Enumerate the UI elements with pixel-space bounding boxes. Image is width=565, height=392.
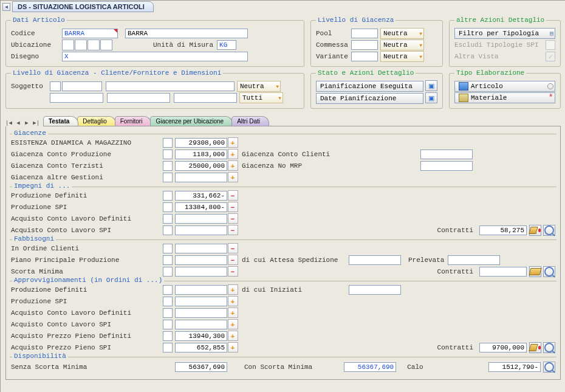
checkbox[interactable] xyxy=(163,267,173,277)
minus-icon[interactable]: − xyxy=(228,255,238,265)
value-giac-clienti[interactable] xyxy=(420,150,473,159)
select-dim[interactable]: Tutti▼ xyxy=(239,92,283,103)
plus-icon[interactable]: + xyxy=(228,342,238,352)
plus-icon[interactable]: + xyxy=(228,331,238,341)
checkbox[interactable] xyxy=(163,308,173,318)
button-filtro-tipologia[interactable]: Filtro per Tipologia▤ xyxy=(454,28,555,39)
minus-icon[interactable]: − xyxy=(228,190,238,201)
input-dim-1[interactable] xyxy=(50,93,103,103)
select-commessa[interactable]: Neutra▼ xyxy=(380,40,424,50)
value-prod-def[interactable] xyxy=(175,191,227,201)
select-pool[interactable]: Neutra▼ xyxy=(380,28,424,39)
value-piano-prod[interactable] xyxy=(175,255,227,265)
value-giac-nomrp[interactable] xyxy=(420,161,473,171)
value-attesa-sped[interactable] xyxy=(349,255,401,265)
tab-testata[interactable]: Testata xyxy=(43,116,78,126)
input-variante[interactable] xyxy=(351,52,378,61)
checkbox[interactable] xyxy=(163,320,173,329)
input-soggetto-cod[interactable] xyxy=(62,81,102,91)
plus-icon[interactable]: + xyxy=(228,308,238,318)
chevron-left-icon[interactable]: ◄ xyxy=(2,3,10,11)
checkbox[interactable] xyxy=(163,214,173,224)
run-icon-button[interactable]: ▣ xyxy=(425,80,437,91)
minus-icon[interactable]: − xyxy=(228,243,238,253)
checkbox[interactable] xyxy=(163,297,173,306)
input-dim-2[interactable] xyxy=(107,93,170,103)
tab-altri-dati[interactable]: Altri Dati xyxy=(231,116,269,126)
input-ubic-3[interactable] xyxy=(87,40,100,50)
value-a-prod-spi[interactable] xyxy=(175,297,227,306)
checkbox[interactable] xyxy=(163,191,173,201)
value-prod-spi[interactable] xyxy=(175,202,227,212)
select-soggetto[interactable]: Neutra▼ xyxy=(237,81,281,92)
plus-icon[interactable]: + xyxy=(228,172,238,182)
input-ubic-2[interactable] xyxy=(75,40,87,50)
value-prelevata[interactable] xyxy=(448,255,500,265)
input-ubic-4[interactable] xyxy=(100,40,112,50)
minus-icon[interactable]: − xyxy=(228,225,238,235)
value-contratti-imp[interactable] xyxy=(479,225,527,235)
value-a-lav-spi[interactable] xyxy=(175,320,227,329)
nav-last[interactable]: ►| xyxy=(31,119,39,126)
value-giac-prod[interactable] xyxy=(175,150,227,159)
select-variante[interactable]: Neutra▼ xyxy=(380,51,424,62)
button-articolo[interactable]: Articolo xyxy=(454,81,555,92)
button-materiale[interactable]: Materiale* xyxy=(454,92,555,103)
brick-button[interactable] xyxy=(529,342,541,353)
checkbox[interactable] xyxy=(163,285,173,295)
checkbox[interactable] xyxy=(163,225,173,235)
input-codice[interactable] xyxy=(62,29,118,38)
value-acq-lav-def[interactable] xyxy=(175,214,227,224)
input-soggetto-tipo[interactable] xyxy=(50,81,61,91)
checkbox[interactable] xyxy=(163,343,173,352)
checkbox[interactable] xyxy=(163,331,173,341)
value-acq-lav-spi[interactable] xyxy=(175,225,227,235)
plus-icon[interactable]: + xyxy=(228,149,238,159)
checkbox[interactable] xyxy=(163,244,173,253)
plus-icon[interactable]: + xyxy=(228,296,238,306)
search-button[interactable] xyxy=(543,342,555,353)
minus-icon[interactable]: − xyxy=(228,266,238,277)
minus-icon[interactable]: − xyxy=(228,213,238,224)
button-date-pianificazione[interactable]: Date Pianificazione xyxy=(316,93,423,104)
tab-fornitori[interactable]: Fornitori xyxy=(115,116,152,126)
checkbox[interactable] xyxy=(163,173,173,182)
input-codice-desc[interactable] xyxy=(125,29,248,38)
value-scorta-min[interactable] xyxy=(175,267,227,277)
input-ubic-1[interactable] xyxy=(62,40,74,50)
search-button[interactable] xyxy=(543,225,555,236)
input-pool[interactable] xyxy=(351,29,378,38)
nav-first[interactable]: |◄ xyxy=(5,119,14,126)
nav-prev[interactable]: ◄ xyxy=(14,119,22,126)
brick-button[interactable] xyxy=(529,225,541,236)
checkbox[interactable] xyxy=(163,202,173,212)
value-iniziati[interactable] xyxy=(349,285,401,295)
button-pianificazione-eseguita[interactable]: Pianificazione Eseguita xyxy=(316,81,423,92)
input-commessa[interactable] xyxy=(351,40,378,50)
brick-button[interactable] xyxy=(529,266,541,277)
value-a-prod-def[interactable] xyxy=(175,285,227,295)
plus-icon[interactable]: + xyxy=(228,137,238,148)
nav-next[interactable]: ► xyxy=(22,119,31,126)
plus-icon[interactable]: + xyxy=(228,284,238,295)
input-disegno[interactable] xyxy=(62,52,248,61)
plus-icon[interactable]: + xyxy=(228,160,238,171)
tab-giacenze-ubicazione[interactable]: Giacenze per Ubicazione xyxy=(150,116,233,126)
search-button-disp[interactable] xyxy=(543,362,555,373)
tab-dettaglio[interactable]: Dettaglio xyxy=(77,116,115,126)
value-a-pp-spi[interactable] xyxy=(175,343,227,352)
value-contratti-appr[interactable] xyxy=(479,343,527,352)
checkbox[interactable] xyxy=(163,150,173,159)
value-a-pp-def[interactable] xyxy=(175,331,227,341)
value-giac-altre[interactable] xyxy=(175,173,227,182)
minus-icon[interactable]: − xyxy=(228,202,238,212)
value-a-lav-def[interactable] xyxy=(175,308,227,318)
plus-icon[interactable]: + xyxy=(228,319,238,329)
value-giac-terz[interactable] xyxy=(175,161,227,171)
checkbox[interactable] xyxy=(163,255,173,265)
value-esistenza[interactable] xyxy=(175,138,227,148)
input-dim-3[interactable] xyxy=(174,93,237,103)
run-icon-button-2[interactable]: ▣ xyxy=(425,92,437,103)
checkbox[interactable] xyxy=(163,161,173,171)
value-ordine-clienti[interactable] xyxy=(175,244,227,253)
